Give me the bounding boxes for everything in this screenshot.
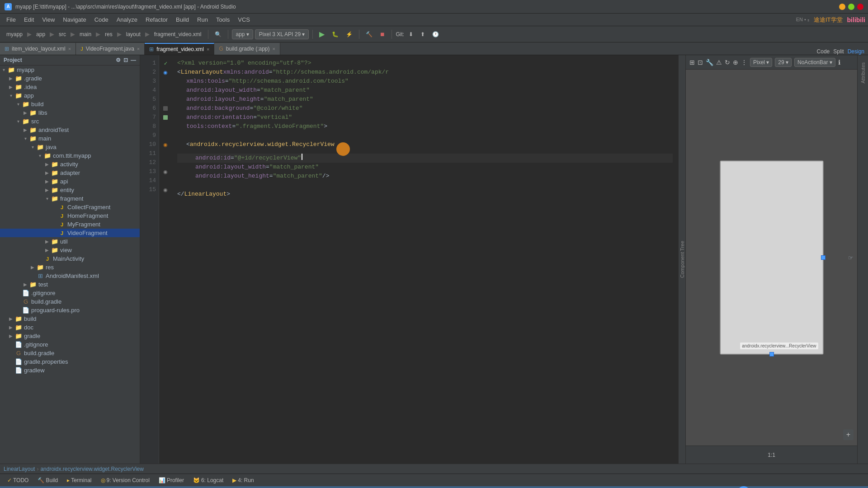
selection-handle-right[interactable]	[821, 255, 826, 260]
selection-handle-bottom[interactable]	[769, 352, 774, 357]
tree-item-gitignore-root[interactable]: 📄 .gitignore	[0, 340, 140, 349]
code-view-btn[interactable]: Code	[817, 48, 830, 55]
main-btn[interactable]: main	[77, 30, 94, 39]
tree-item-api[interactable]: ▶ 📁 api	[0, 177, 140, 186]
run-button[interactable]: ▶	[316, 28, 327, 40]
build-tab[interactable]: 🔨Build	[34, 476, 61, 484]
more-icon[interactable]: ⋮	[741, 59, 747, 66]
tree-item-java[interactable]: ▾ 📁 java	[0, 143, 140, 151]
breadcrumb-linear-layout[interactable]: LinearLayout	[4, 466, 35, 472]
tree-item-gradle-props[interactable]: 📄 gradle.properties	[0, 357, 140, 366]
tree-item-entity[interactable]: ▶ 📁 entity	[0, 186, 140, 194]
api-dropdown[interactable]: 29 ▾	[775, 58, 792, 67]
tab-video-fragment-java[interactable]: J VideoFragment.java ×	[76, 43, 145, 55]
search-everywhere-btn[interactable]: 🔍	[212, 30, 224, 39]
fold-icon-13[interactable]: ◉	[163, 169, 168, 175]
menu-analyze[interactable]: Analyze	[113, 15, 141, 24]
run-config-dropdown[interactable]: app ▾	[232, 29, 253, 39]
todo-tab[interactable]: ✓TODO	[4, 476, 32, 484]
info-icon[interactable]: ℹ	[838, 59, 840, 66]
profile-button[interactable]: ⚡	[343, 30, 355, 39]
toggle-icon[interactable]: ⊡	[698, 59, 703, 66]
minimize-button[interactable]	[839, 4, 845, 10]
run-tab[interactable]: ▶4: Run	[229, 476, 257, 484]
git-update-btn[interactable]: ⬇	[406, 30, 416, 39]
sidebar-minimize-icon[interactable]: —	[131, 57, 136, 63]
stop-btn[interactable]: ⏹	[377, 30, 388, 39]
menu-run[interactable]: Run	[193, 15, 212, 24]
profiler-tab[interactable]: 📊Profiler	[155, 476, 188, 484]
tree-item-src[interactable]: ▾ 📁 src	[0, 117, 140, 126]
timer-badge[interactable]: 02:01	[737, 486, 750, 488]
tree-item-gradlew[interactable]: 📄 gradlew	[0, 366, 140, 375]
refresh-icon[interactable]: ↻	[725, 59, 730, 66]
menu-navigate[interactable]: Navigate	[59, 15, 90, 24]
tools-icon[interactable]: 🔧	[706, 59, 713, 66]
design-view-btn[interactable]: Design	[848, 48, 864, 55]
tree-item-com-ttit[interactable]: ▾ 📁 com.ttit.myapp	[0, 151, 140, 160]
tree-item-res[interactable]: ▶ 📁 res	[0, 263, 140, 272]
maximize-button[interactable]	[848, 4, 854, 10]
warning-icon[interactable]: ⚠	[716, 59, 722, 66]
tab-close-video-fragment[interactable]: ×	[137, 46, 140, 52]
menu-build[interactable]: Build	[172, 15, 193, 24]
tree-item-proguard[interactable]: 📄 proguard-rules.pro	[0, 306, 140, 314]
snap-icon[interactable]: ⊕	[733, 59, 738, 66]
tab-item-video-layout[interactable]: ⊞ item_video_layout.xml ×	[0, 43, 76, 55]
app-module-btn[interactable]: app	[33, 30, 48, 39]
git-push-btn[interactable]: ⬆	[418, 30, 428, 39]
code-editor[interactable]: 1 2 3 4 5 6 7 8 9 10 11 12 13 14 15	[140, 55, 678, 464]
tree-item-gitignore-app[interactable]: 📄 .gitignore	[0, 289, 140, 297]
tree-item-collect-fragment[interactable]: J CollectFragment	[0, 203, 140, 211]
sidebar-layout-icon[interactable]: ⊡	[123, 57, 128, 63]
tab-close-fragment-video[interactable]: ×	[207, 47, 209, 52]
tab-close-build-gradle[interactable]: ×	[273, 46, 275, 52]
tree-item-my-fragment[interactable]: J MyFragment	[0, 220, 140, 229]
git-history-btn[interactable]: 🕐	[429, 30, 442, 39]
build-btn[interactable]: 🔨	[363, 30, 375, 39]
debug-button[interactable]: 🐛	[329, 30, 341, 39]
theme-dropdown[interactable]: NoActionBar ▾	[794, 58, 835, 67]
terminal-tab[interactable]: ▸Terminal	[63, 476, 95, 484]
tree-item-main[interactable]: ▾ 📁 main	[0, 134, 140, 143]
tree-item-doc[interactable]: ▶ 📁 doc	[0, 323, 140, 332]
split-view-btn[interactable]: Split	[833, 48, 844, 55]
menu-file[interactable]: File	[3, 15, 19, 24]
tree-item-fragment[interactable]: ▾ 📁 fragment	[0, 194, 140, 203]
file-btn[interactable]: fragment_video.xml	[151, 30, 204, 39]
tree-item-manifest[interactable]: ⊞ AndroidManifest.xml	[0, 272, 140, 280]
tree-item-adapter[interactable]: ▶ 📁 adapter	[0, 169, 140, 177]
tree-item-idea[interactable]: ▶ 📁 .idea	[0, 83, 140, 91]
tree-item-activity[interactable]: ▶ 📁 activity	[0, 160, 140, 169]
zoom-plus-btn[interactable]: +	[843, 429, 854, 440]
menu-edit[interactable]: Edit	[20, 15, 38, 24]
attributes-tab[interactable]: Attributes	[859, 59, 868, 87]
fold-icon-10[interactable]: ◉	[163, 142, 168, 148]
component-tree-panel[interactable]: Component Tree	[678, 55, 685, 464]
tree-item-androidtest[interactable]: ▶ 📁 androidTest	[0, 126, 140, 134]
close-button[interactable]	[857, 4, 863, 10]
tree-item-build[interactable]: ▾ 📁 build	[0, 100, 140, 108]
tree-item-gradle-hidden[interactable]: ▶ 📁 .gradle	[0, 74, 140, 83]
tab-fragment-video-xml[interactable]: ⊞ fragment_video.xml ×	[145, 43, 214, 55]
project-btn[interactable]: myapp	[4, 30, 25, 39]
sidebar-settings-icon[interactable]: ⚙	[116, 57, 121, 63]
tree-item-home-fragment[interactable]: J HomeFragment	[0, 211, 140, 220]
fold-icon-15[interactable]: ◉	[163, 187, 168, 193]
breadcrumb-recyclerview[interactable]: androidx.recyclerview.widget.RecyclerVie…	[40, 466, 144, 472]
tree-item-libs[interactable]: ▶ 📁 libs	[0, 108, 140, 117]
tree-item-test[interactable]: ▶ 📁 test	[0, 280, 140, 289]
menu-tools[interactable]: Tools	[212, 15, 233, 24]
tree-item-build-root[interactable]: ▶ 📁 build	[0, 314, 140, 323]
tree-item-video-fragment[interactable]: J VideoFragment	[0, 229, 140, 237]
logcat-tab[interactable]: 🐱6: Logcat	[189, 476, 227, 484]
layout-btn[interactable]: layout	[123, 30, 143, 39]
tree-item-app[interactable]: ▾ 📁 app	[0, 91, 140, 100]
menu-view[interactable]: View	[38, 15, 58, 24]
tree-item-view[interactable]: ▶ 📁 view	[0, 246, 140, 254]
tab-build-gradle[interactable]: G build.gradle (:app) ×	[214, 43, 280, 55]
palette-icon[interactable]: ⊞	[689, 59, 695, 66]
menu-vcs[interactable]: VCS	[234, 15, 254, 24]
pixel-dropdown[interactable]: Pixel ▾	[750, 58, 772, 67]
tree-item-build-gradle-app[interactable]: G build.gradle	[0, 297, 140, 306]
